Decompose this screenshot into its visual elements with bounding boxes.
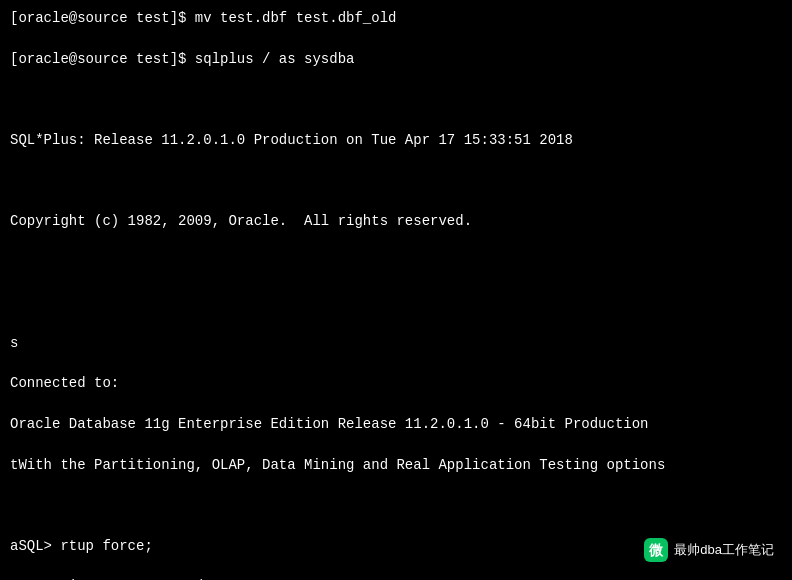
watermark-text: 最帅dba工作笔记 xyxy=(674,541,774,560)
watermark: 微 最帅dba工作笔记 xyxy=(644,538,774,562)
terminal-line: [oracle@source test]$ mv test.dbf test.d… xyxy=(10,8,782,28)
terminal-line: s xyxy=(10,333,782,353)
wechat-icon: 微 xyxy=(644,538,668,562)
terminal-line xyxy=(10,170,782,190)
terminal-line: tWith the Partitioning, OLAP, Data Minin… xyxy=(10,455,782,475)
terminal-line: Connected to: xyxy=(10,373,782,393)
terminal-line: Oracle Database 11g Enterprise Edition R… xyxy=(10,414,782,434)
terminal-line: [oracle@source test]$ sqlplus / as sysdb… xyxy=(10,49,782,69)
terminal-window: [oracle@source test]$ mv test.dbf test.d… xyxy=(0,0,792,580)
terminal-line: Copyright (c) 1982, 2009, Oracle. All ri… xyxy=(10,211,782,231)
terminal-line xyxy=(10,495,782,515)
terminal-line: SQL*Plus: Release 11.2.0.1.0 Production … xyxy=(10,130,782,150)
terminal-line xyxy=(10,89,782,109)
terminal-content: [oracle@source test]$ mv test.dbf test.d… xyxy=(10,8,782,580)
terminal-line xyxy=(10,292,782,312)
terminal-line: ORACLE instance started. xyxy=(10,576,782,580)
terminal-line xyxy=(10,252,782,272)
